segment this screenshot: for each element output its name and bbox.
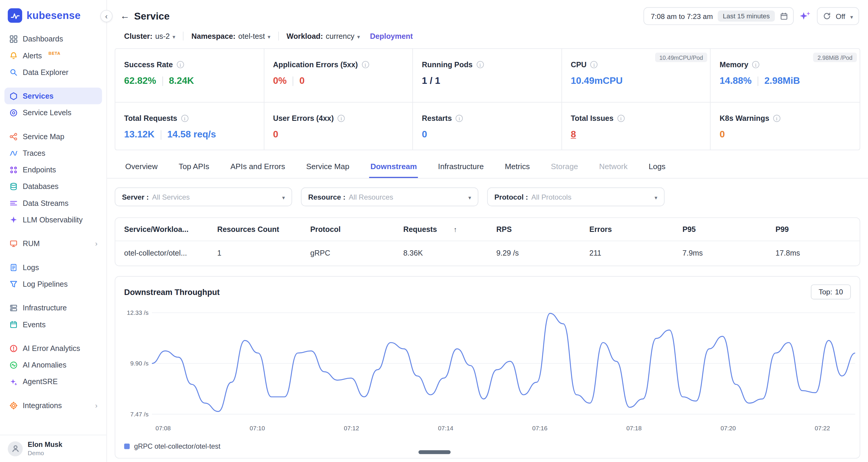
column-service-workload[interactable]: Service/Workloa...: [115, 218, 208, 241]
sidebar-collapse-button[interactable]: [100, 10, 113, 22]
downstream-table: Service/Workloa... Resources Count Proto…: [115, 217, 860, 266]
tab-metrics[interactable]: Metrics: [503, 155, 531, 178]
stat-secondary-value: 8.24K: [169, 75, 194, 87]
sidebar-item-log-pipelines[interactable]: Log Pipelines: [4, 275, 102, 292]
namespace-select[interactable]: otel-test: [238, 32, 271, 40]
info-icon[interactable]: [590, 61, 597, 68]
stat-total-requests: Total Requests 13.12K14.58 req/s: [115, 102, 264, 150]
stat-label: Restarts: [422, 114, 452, 123]
sidebar-item-databases[interactable]: Databases: [4, 178, 102, 194]
column-p99[interactable]: P99: [767, 218, 860, 241]
column-p95[interactable]: P95: [674, 218, 767, 241]
column-protocol[interactable]: Protocol: [301, 218, 394, 241]
workload-select[interactable]: currency: [326, 32, 360, 40]
sidebar-item-events[interactable]: Events: [4, 316, 102, 333]
topbar-controls: 7:08 am to 7:23 am Last 15 minutes Off: [644, 7, 859, 25]
service-link[interactable]: otel-collector/otel...: [115, 241, 208, 265]
sidebar-item-rum[interactable]: RUM: [4, 235, 102, 252]
sidebar-item-infrastructure[interactable]: Infrastructure: [4, 300, 102, 316]
auto-refresh-control[interactable]: Off: [817, 7, 859, 25]
total-issues-link[interactable]: 8: [571, 129, 576, 140]
horizontal-scrollbar-thumb[interactable]: [418, 450, 451, 454]
sidebar-item-label: Events: [23, 320, 45, 329]
stat-label: User Errors (4xx): [273, 114, 334, 123]
workload-label: Workload:: [286, 32, 323, 40]
info-icon[interactable]: [477, 61, 484, 68]
time-range-text: 7:08 am to 7:23 am: [651, 12, 713, 20]
chart-plot-area[interactable]: [152, 306, 855, 422]
sidebar-item-endpoints[interactable]: Endpoints: [4, 161, 102, 178]
filter-row: Server : All Services Resource : All Res…: [107, 179, 868, 207]
y-tick: 9.90 /s: [130, 360, 149, 366]
column-resources-count[interactable]: Resources Count: [209, 218, 301, 241]
tab-logs[interactable]: Logs: [647, 155, 666, 178]
brand-logo[interactable]: kubesense: [0, 0, 106, 29]
info-icon[interactable]: [338, 115, 345, 122]
sidebar-item-label: Dashboards: [23, 35, 63, 43]
stat-label: Application Errors (5xx): [273, 60, 358, 69]
sidebar-item-services[interactable]: Services: [4, 88, 102, 104]
tab-storage[interactable]: Storage: [550, 155, 579, 178]
protocol-filter-dropdown[interactable]: Protocol : All Protocols: [487, 187, 664, 207]
user-profile[interactable]: Elon Musk Demo: [0, 435, 106, 462]
info-icon[interactable]: [181, 115, 188, 122]
info-icon[interactable]: [773, 115, 780, 122]
sidebar-item-service-levels[interactable]: Service Levels: [4, 104, 102, 121]
sidebar-item-data-streams[interactable]: Data Streams: [4, 194, 102, 211]
cluster-select[interactable]: us-2: [155, 32, 175, 40]
resource-filter-dropdown[interactable]: Resource : All Resources: [301, 187, 478, 207]
sidebar-item-label: Traces: [23, 149, 45, 157]
time-range-picker[interactable]: 7:08 am to 7:23 am Last 15 minutes: [644, 7, 794, 25]
x-tick: 07:16: [532, 425, 548, 431]
workload-kind-link[interactable]: Deployment: [370, 32, 413, 40]
avatar: [8, 441, 23, 456]
stat-cpu: 10.49mCPU/Pod CPU 10.49mCPU: [562, 49, 711, 103]
tab-apis-and-errors[interactable]: APIs and Errors: [229, 155, 286, 178]
tab-top-apis[interactable]: Top APIs: [178, 155, 211, 178]
column-errors[interactable]: Errors: [581, 218, 674, 241]
integrations-icon: [9, 401, 18, 410]
top-n-selector[interactable]: Top: 10: [811, 284, 851, 300]
ai-sparkles-icon[interactable]: [799, 10, 811, 22]
sidebar-item-traces[interactable]: Traces: [4, 145, 102, 161]
info-icon[interactable]: [456, 115, 463, 122]
info-icon[interactable]: [177, 61, 184, 68]
sidebar-item-integrations[interactable]: Integrations: [4, 397, 102, 413]
x-tick: 07:20: [720, 425, 736, 431]
column-requests[interactable]: Requests: [394, 218, 487, 241]
filter-label: Server :: [122, 193, 149, 201]
info-icon[interactable]: [752, 61, 760, 68]
chevron-down-icon: [282, 193, 285, 201]
stat-success-rate: Success Rate 62.82%8.24K: [115, 49, 264, 103]
tab-infrastructure[interactable]: Infrastructure: [437, 155, 485, 178]
sidebar-item-label: Databases: [23, 182, 59, 190]
info-icon[interactable]: [362, 61, 369, 68]
info-icon[interactable]: [617, 115, 624, 122]
sidebar-item-dashboards[interactable]: Dashboards: [4, 31, 102, 47]
sidebar-item-llm-observability[interactable]: LLM Observability: [4, 211, 102, 228]
server-filter-dropdown[interactable]: Server : All Services: [115, 187, 292, 207]
back-icon[interactable]: [120, 11, 130, 22]
chart-legend[interactable]: gRPC otel-collector/otel-test: [115, 434, 860, 453]
sidebar-item-agentsre[interactable]: AgentSRE: [4, 373, 102, 390]
column-rps[interactable]: RPS: [488, 218, 581, 241]
tab-service-map[interactable]: Service Map: [305, 155, 350, 178]
sidebar-item-logs[interactable]: Logs: [4, 259, 102, 275]
table-header-row: Service/Workloa... Resources Count Proto…: [115, 218, 860, 241]
stat-primary-value: 14.88%: [720, 75, 752, 87]
stat-label: Memory: [720, 60, 748, 69]
sidebar-item-ai-anomalies[interactable]: AI Anomalies: [4, 357, 102, 373]
sidebar-item-service-map[interactable]: Service Map: [4, 128, 102, 145]
chevron-down-icon: [468, 193, 471, 201]
sort-ascending-icon[interactable]: [454, 225, 457, 234]
divider: [161, 130, 161, 140]
tab-overview[interactable]: Overview: [124, 155, 159, 178]
sidebar-item-data-explorer[interactable]: Data Explorer: [4, 64, 102, 80]
stat-user-errors: User Errors (4xx) 0: [264, 102, 413, 150]
tab-network[interactable]: Network: [598, 155, 629, 178]
page-title: Service: [134, 10, 169, 22]
sidebar-item-ai-error-analytics[interactable]: AI Error Analytics: [4, 340, 102, 357]
y-tick: 7.47 /s: [130, 411, 149, 417]
sidebar-item-alerts[interactable]: Alerts BETA: [4, 47, 102, 64]
tab-downstream[interactable]: Downstream: [369, 155, 418, 178]
